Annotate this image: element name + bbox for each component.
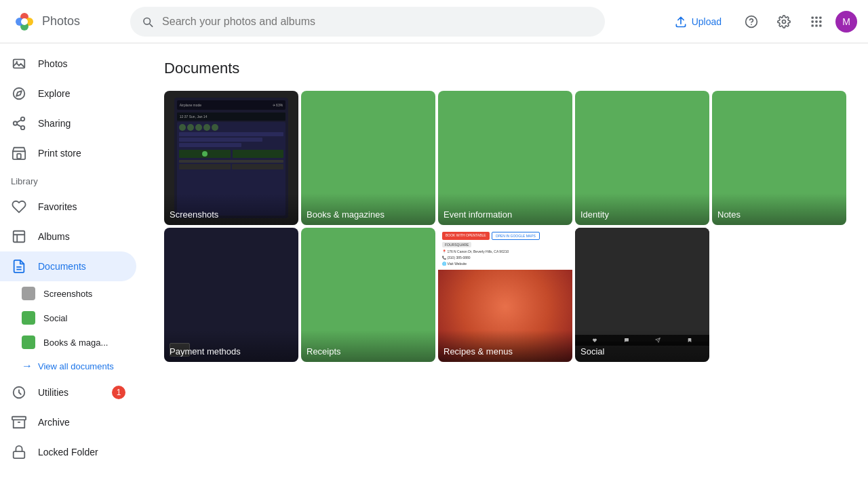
sidebar-item-favorites[interactable]: Favorites <box>0 192 136 222</box>
sidebar-item-archive[interactable]: Archive <box>0 407 136 437</box>
sidebar-label-favorites: Favorites <box>38 201 77 212</box>
sidebar-sub-social[interactable]: Social <box>0 306 136 330</box>
document-icon <box>11 258 27 274</box>
books-dot <box>22 336 35 349</box>
settings-button[interactable] <box>770 8 797 35</box>
search-input[interactable] <box>162 16 594 28</box>
sidebar-item-print-store[interactable]: Print store <box>0 138 136 168</box>
explore-icon <box>11 85 27 102</box>
search-icon <box>141 15 154 28</box>
grid-item-notes[interactable]: Notes <box>712 91 846 225</box>
grid-label-books: Books & magazines <box>301 193 435 225</box>
documents-grid: Airplane mode ✈ 63% 12:37 Sun, Jan 14 <box>164 91 846 362</box>
google-photos-logo[interactable]: Photos <box>11 8 119 35</box>
sidebar-item-locked-folder[interactable]: Locked Folder <box>0 437 136 467</box>
svg-rect-14 <box>812 24 814 26</box>
header-actions: Upload <box>663 8 857 35</box>
sidebar-item-documents[interactable]: Documents <box>0 251 136 281</box>
archive-icon <box>11 414 27 430</box>
library-section-label: Library <box>0 171 142 192</box>
svg-point-5 <box>21 18 28 25</box>
sidebar-item-utilities[interactable]: Utilities 1 <box>0 378 136 407</box>
utilities-badge: 1 <box>112 386 125 399</box>
apps-button[interactable] <box>803 8 830 35</box>
settings-icon <box>777 15 791 28</box>
arrow-right-icon: → <box>22 360 33 372</box>
grid-label-payment: Payment methods <box>164 330 298 362</box>
grid-label-social: Social <box>575 330 709 362</box>
social-dot <box>22 311 35 325</box>
album-icon <box>11 228 27 245</box>
main-content: Documents Airplane mode ✈ 63% 12:37 Sun,… <box>142 43 868 488</box>
sidebar-item-explore[interactable]: Explore <box>0 79 136 108</box>
logo-text: Photos <box>42 14 80 28</box>
upload-button[interactable]: Upload <box>663 9 732 34</box>
grid-item-identity[interactable]: Identity <box>575 91 709 225</box>
upload-icon <box>674 15 688 28</box>
sidebar-label-explore: Explore <box>38 88 70 99</box>
svg-rect-23 <box>17 154 21 159</box>
grid-label-receipts: Receipts <box>301 330 435 362</box>
svg-rect-16 <box>819 24 821 26</box>
grid-label-screenshots: Screenshots <box>164 193 298 225</box>
sidebar-item-albums[interactable]: Albums <box>0 222 136 251</box>
grid-label-identity: Identity <box>575 193 709 225</box>
grid-item-social[interactable]: Social <box>575 228 709 362</box>
sidebar-label-print-store: Print store <box>38 148 81 159</box>
view-all-documents[interactable]: → View all documents <box>0 354 142 378</box>
lock-icon <box>11 444 27 460</box>
grid-label-notes: Notes <box>712 193 846 225</box>
svg-rect-8 <box>812 16 814 18</box>
apps-icon <box>810 15 823 28</box>
screenshots-dot <box>22 287 35 300</box>
header: Photos Upload <box>0 0 868 43</box>
svg-rect-24 <box>14 231 25 243</box>
svg-point-19 <box>14 88 25 100</box>
svg-rect-12 <box>815 20 817 22</box>
utilities-icon <box>11 384 27 401</box>
svg-rect-13 <box>819 20 821 22</box>
sidebar-label-sharing: Sharing <box>38 118 71 129</box>
sidebar-label-archive: Archive <box>38 417 70 428</box>
view-all-label: View all documents <box>38 361 114 371</box>
page-title: Documents <box>164 60 846 77</box>
grid-item-receipts[interactable]: Receipts <box>301 228 435 362</box>
svg-rect-28 <box>12 417 26 420</box>
help-icon <box>745 15 758 28</box>
sidebar-sub-books[interactable]: Books & maga... <box>0 330 136 354</box>
favorite-icon <box>11 199 27 215</box>
grid-item-recipes[interactable]: BOOK WITH OPENTABLE OPEN IN GOOGLE MAPS … <box>438 228 572 362</box>
sidebar-sub-label-screenshots: Screenshots <box>43 289 92 299</box>
photo-icon <box>11 56 27 72</box>
svg-point-7 <box>783 20 786 23</box>
avatar[interactable]: M <box>835 11 857 33</box>
grid-label-recipes: Recipes & menus <box>438 330 572 362</box>
grid-item-payment[interactable]: •••• Payment methods <box>164 228 298 362</box>
grid-item-books[interactable]: Books & magazines <box>301 91 435 225</box>
sidebar-sub-screenshots[interactable]: Screenshots <box>0 281 136 306</box>
sidebar-label-utilities: Utilities <box>38 387 68 398</box>
sidebar-label-albums: Albums <box>38 231 70 242</box>
sidebar-label-documents: Documents <box>38 261 86 272</box>
search-bar[interactable] <box>130 7 605 37</box>
svg-rect-9 <box>815 16 817 18</box>
layout: Photos Explore Sharing <box>0 43 868 488</box>
svg-point-22 <box>21 126 25 130</box>
svg-rect-11 <box>812 20 814 22</box>
grid-label-event: Event information <box>438 193 572 225</box>
grid-item-event[interactable]: Event information <box>438 91 572 225</box>
svg-rect-30 <box>14 451 25 458</box>
sidebar-item-sharing[interactable]: Sharing <box>0 108 136 138</box>
grid-item-screenshots[interactable]: Airplane mode ✈ 63% 12:37 Sun, Jan 14 <box>164 91 298 225</box>
sidebar-label-locked-folder: Locked Folder <box>38 447 98 458</box>
svg-point-21 <box>14 121 18 125</box>
store-icon <box>11 145 27 161</box>
help-button[interactable] <box>738 8 765 35</box>
sharing-icon <box>11 115 27 131</box>
svg-rect-15 <box>815 24 817 26</box>
sidebar-label-photos: Photos <box>38 58 68 69</box>
sidebar: Photos Explore Sharing <box>0 43 142 488</box>
sidebar-sub-label-social: Social <box>43 313 67 323</box>
svg-point-20 <box>21 117 25 121</box>
sidebar-item-photos[interactable]: Photos <box>0 49 136 79</box>
